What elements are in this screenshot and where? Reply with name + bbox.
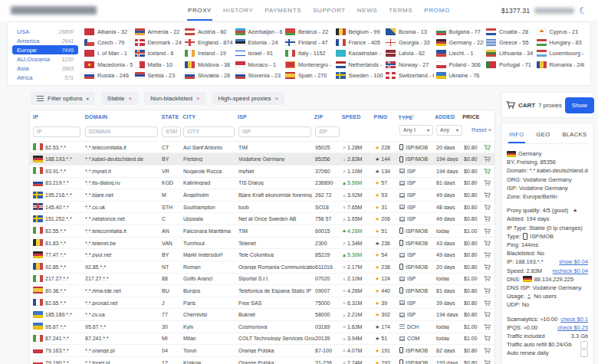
- col-header-added[interactable]: ADDED: [435, 114, 462, 120]
- table-row[interactable]: 82.53.*.* *.*.telecomitalia.it CT Aci Sa…: [30, 141, 495, 153]
- add-to-cart-icon[interactable]: [484, 143, 491, 152]
- table-row[interactable]: 217.27.*.* 217.27.*.* 88 Golfo Aranci Si…: [30, 273, 495, 285]
- country-item[interactable]: Hungary - 83: [537, 39, 585, 46]
- region-item[interactable]: Africa 571: [12, 73, 78, 82]
- country-item[interactable]: Poland - 306: [436, 61, 485, 68]
- country-item[interactable]: Malta - 10: [135, 61, 183, 68]
- add-to-cart-icon[interactable]: [484, 263, 491, 271]
- country-item[interactable]: Estonia - 24: [235, 39, 284, 46]
- region-item[interactable]: AU,Oceania 1210: [12, 54, 78, 64]
- table-row[interactable]: 195.216.*.* *.*.bjare.net M Ängelholm Bj…: [30, 189, 495, 201]
- check-ipqs-link[interactable]: check $0.25: [557, 323, 588, 332]
- close-icon[interactable]: ×: [129, 96, 133, 102]
- added-filter-select[interactable]: Any▾: [436, 125, 462, 136]
- dark-mode-moon-icon[interactable]: ☾: [579, 6, 587, 15]
- table-row[interactable]: 80.36.*.* *.*.rima-tde.net BU Burgos Tel…: [30, 284, 495, 297]
- country-item[interactable]: Sweden - 100: [336, 72, 384, 79]
- col-header-city[interactable]: CITY: [182, 114, 238, 120]
- table-row[interactable]: 93.91.*.* *.*.mynet.it VR Nogarole Rocca…: [30, 165, 495, 177]
- country-item[interactable]: Switzerland - 62: [386, 72, 434, 79]
- country-item[interactable]: Latvia - 62: [386, 50, 434, 57]
- country-item[interactable]: Romania - 246: [537, 61, 585, 68]
- region-item[interactable]: Asia 3963: [12, 64, 78, 73]
- show-cart-button[interactable]: Show: [565, 97, 594, 113]
- state-filter-input[interactable]: [162, 126, 181, 137]
- country-item[interactable]: Albania - 32: [84, 28, 133, 35]
- col-header-zip[interactable]: ZIP: [314, 114, 342, 120]
- nav-item[interactable]: PROMO: [423, 0, 450, 21]
- country-item[interactable]: Greece - 55: [486, 39, 534, 46]
- country-item[interactable]: England - 874: [185, 39, 233, 46]
- country-item[interactable]: Belarus - 22: [285, 28, 334, 35]
- add-to-cart-icon[interactable]: [484, 274, 491, 283]
- nav-item[interactable]: TERMS: [388, 0, 413, 21]
- add-to-cart-icon[interactable]: [484, 167, 491, 175]
- col-header-domain[interactable]: DOMAIN: [85, 114, 162, 120]
- country-item[interactable]: Germany - 2292: [436, 39, 485, 46]
- details-tab[interactable]: BLACKS: [561, 129, 587, 143]
- table-row[interactable]: 79.163.*.* *.*.orange.pl 04 Torun Orange…: [30, 344, 495, 356]
- region-item[interactable]: America 2641: [12, 36, 78, 45]
- nav-item[interactable]: PROXY: [187, 0, 212, 21]
- show-ip-link[interactable]: show $0.04: [559, 257, 588, 266]
- country-item[interactable]: Lithuania - 34: [486, 50, 534, 57]
- country-item[interactable]: Montenegro - 11: [285, 61, 334, 68]
- table-row[interactable]: 95.67.*.* 95.67.*.* 30 Kyiv Cosmonova 03…: [30, 320, 495, 333]
- country-item[interactable]: Netherlands - 230: [336, 61, 384, 68]
- country-item[interactable]: Bosnia - 13: [386, 28, 434, 35]
- add-to-cart-icon[interactable]: [484, 346, 491, 355]
- table-row[interactable]: 151.252.*.* *.*.netatonce.net C Uppsala …: [30, 212, 495, 225]
- country-item[interactable]: Slovakia - 28: [185, 72, 233, 79]
- table-row[interactable]: 82.65.*.* *.*.proxad.net J Paris Free SA…: [30, 297, 495, 309]
- country-item[interactable]: Macedonia - 5: [84, 61, 133, 68]
- add-to-cart-icon[interactable]: [484, 334, 491, 343]
- close-icon[interactable]: ×: [274, 96, 278, 102]
- nav-item[interactable]: NEWS: [356, 0, 378, 21]
- traffic-refill-checkbox[interactable]: [580, 341, 588, 349]
- nav-item[interactable]: SUPPORT: [312, 0, 347, 21]
- details-tab[interactable]: GEO: [536, 129, 551, 143]
- col-header-state[interactable]: STATE: [161, 114, 182, 120]
- add-to-cart-icon[interactable]: [484, 155, 491, 163]
- table-row[interactable]: 92.85.*.* 92.85.*.* NT Roman Orange Roma…: [30, 261, 495, 273]
- filter-options-button[interactable]: Filter options ▾: [31, 92, 95, 105]
- filter-chip[interactable]: High-speed proxies ×: [212, 92, 285, 105]
- country-item[interactable]: France - 405: [336, 39, 384, 46]
- country-item[interactable]: Kazakhstan - 11: [336, 50, 384, 57]
- country-item[interactable]: [537, 72, 585, 79]
- nav-item[interactable]: PAYMENTS: [264, 0, 303, 21]
- country-item[interactable]: Belgium - 99: [336, 28, 384, 35]
- country-item[interactable]: Portugal - 71: [486, 61, 534, 68]
- add-to-cart-icon[interactable]: [484, 239, 491, 248]
- country-item[interactable]: Ireland - 19: [185, 50, 233, 57]
- add-to-cart-icon[interactable]: [484, 227, 491, 235]
- country-item[interactable]: Russia - 246: [84, 72, 133, 79]
- details-tab[interactable]: INFO: [508, 129, 525, 143]
- domain-filter-input[interactable]: [85, 126, 158, 137]
- filter-chip[interactable]: Non-blacklisted ×: [144, 92, 205, 105]
- col-header-ip[interactable]: IP: [33, 114, 85, 120]
- country-item[interactable]: Moldova - 38: [185, 61, 233, 68]
- country-item[interactable]: Cyprus - 21: [537, 28, 585, 35]
- country-item[interactable]: Iceland - 6: [135, 50, 183, 57]
- table-row[interactable]: 82.55.*.* *.*.telecomitalia.it AN Falcon…: [30, 225, 495, 237]
- country-item[interactable]: Luxembourg - 3: [537, 50, 585, 57]
- country-item[interactable]: Czech - 79: [84, 39, 133, 46]
- region-item[interactable]: USA 26800: [12, 27, 78, 36]
- add-to-cart-icon[interactable]: [484, 310, 491, 319]
- country-item[interactable]: Denmark - 24: [135, 39, 183, 46]
- zip-filter-input[interactable]: [315, 126, 340, 137]
- country-item[interactable]: I. of Man - 1: [84, 50, 133, 57]
- country-item[interactable]: Ukraine - 76: [436, 72, 485, 79]
- recheck-speed-link[interactable]: recheck $0.04: [553, 267, 588, 275]
- close-icon[interactable]: ×: [196, 96, 200, 102]
- col-header-ping[interactable]: PING: [374, 114, 399, 120]
- country-item[interactable]: Norway - 27: [386, 61, 434, 68]
- auto-renew-checkbox[interactable]: [580, 349, 588, 357]
- table-row[interactable]: 81.83.*.* *.*.telenet.be VAN Turnhout Te…: [30, 237, 495, 249]
- col-header-type[interactable]: TYPEi: [398, 113, 435, 120]
- add-to-cart-icon[interactable]: [484, 287, 491, 295]
- add-to-cart-icon[interactable]: [484, 191, 491, 199]
- reset-filters-button[interactable]: Reset ×: [472, 126, 491, 133]
- country-item[interactable]: Liecht. - 1: [436, 50, 485, 57]
